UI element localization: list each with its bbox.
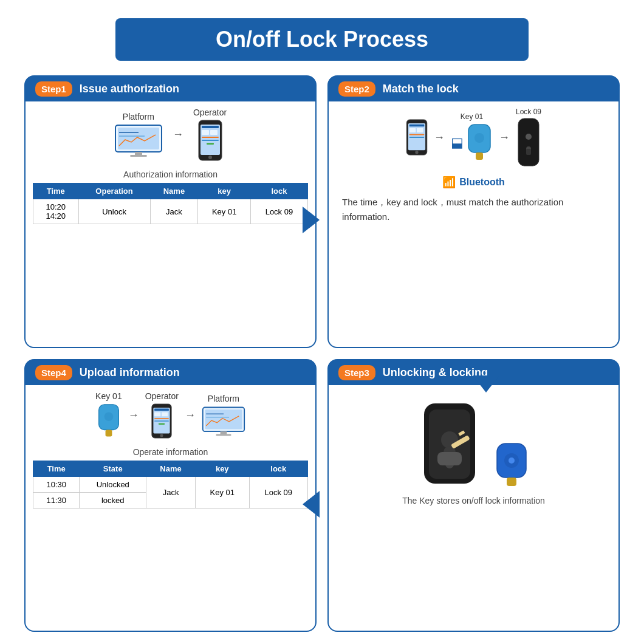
- s4-cell-lock1: Lock 09: [249, 477, 307, 509]
- svg-rect-12: [202, 137, 219, 138]
- col-name: Name: [150, 183, 198, 199]
- svg-rect-40: [154, 420, 169, 422]
- phone-icon-step1: [198, 120, 222, 161]
- svg-rect-59: [507, 478, 516, 486]
- platform-label: Platform: [123, 112, 154, 122]
- monitor-icon-step4: [202, 406, 245, 436]
- step3-box: Step3 Unlocking & locking: [327, 359, 620, 632]
- step3-description: The Key stores on/off lock information: [402, 496, 545, 505]
- s4-col-name: Name: [146, 461, 196, 477]
- step1-table: Time Operation Name key lock 10:2014:20 …: [33, 183, 308, 224]
- step4-arrow2: →: [185, 409, 196, 422]
- step1-content: Platform →: [26, 108, 315, 338]
- cell-key: Key 01: [198, 199, 250, 224]
- step3-badge: Step3: [338, 365, 375, 380]
- cell-operation: Unlock: [78, 199, 150, 224]
- step2-flow: → Key 01 ⬓ →: [337, 108, 610, 167]
- svg-rect-1: [118, 128, 159, 149]
- svg-point-17: [415, 151, 418, 154]
- svg-rect-25: [476, 152, 483, 160]
- col-time: Time: [33, 183, 79, 199]
- step4-table: Time State Name key lock 10:30 Unlocked …: [33, 461, 308, 509]
- step1-flow: Platform →: [114, 108, 227, 161]
- step4-operator-label: Operator: [145, 391, 179, 401]
- step2-content: → Key 01 ⬓ →: [329, 108, 618, 338]
- step4-key-label: Key 01: [95, 391, 122, 401]
- svg-rect-20: [417, 128, 423, 132]
- step2-header: Step2 Match the lock: [329, 77, 618, 101]
- svg-rect-38: [162, 413, 168, 417]
- bt-key-box: Key 01 ⬓: [451, 112, 493, 162]
- step4-box: Step4 Upload information Key 01 → Operat…: [24, 359, 317, 632]
- lock-icon: [517, 117, 540, 167]
- operator-label: Operator: [193, 108, 227, 117]
- step2-arrow1: →: [434, 131, 445, 144]
- bluetooth-text-icon: 📶: [442, 176, 456, 189]
- step3-title: Unlocking & locking: [383, 366, 488, 379]
- table-row: 10:2014:20 Unlock Jack Key 01 Lock 09: [33, 199, 308, 224]
- operate-label: Operate information: [133, 447, 208, 457]
- step2-badge: Step2: [338, 81, 375, 97]
- svg-rect-21: [409, 134, 425, 135]
- svg-rect-32: [105, 430, 112, 437]
- step2-arrow2: →: [499, 131, 510, 144]
- svg-point-35: [160, 434, 163, 437]
- svg-rect-9: [202, 126, 219, 128]
- svg-rect-41: [159, 423, 165, 425]
- s4-col-time: Time: [33, 461, 80, 477]
- cell-name: Jack: [150, 199, 198, 224]
- step3-content: The Key stores on/off lock information: [329, 391, 618, 622]
- svg-rect-11: [210, 130, 218, 135]
- monitor-icon: [114, 124, 163, 157]
- svg-rect-5: [130, 155, 147, 157]
- s4-col-state: State: [80, 461, 146, 477]
- cell-lock: Lock 09: [250, 199, 307, 224]
- svg-rect-4: [135, 152, 142, 155]
- step3-header: Step3 Unlocking & locking: [329, 360, 618, 385]
- s4-cell-name1: Jack: [146, 477, 196, 509]
- svg-rect-19: [409, 128, 416, 132]
- svg-rect-53: [437, 452, 462, 465]
- key-fob-icon: [466, 123, 493, 162]
- s4-cell-state2: locked: [80, 493, 146, 509]
- page-title: On/off Lock Process: [140, 27, 504, 52]
- s4-col-key: key: [195, 461, 249, 477]
- svg-rect-29: [526, 149, 531, 155]
- svg-point-24: [474, 133, 484, 143]
- svg-rect-36: [154, 409, 169, 411]
- key-fob-step3: [495, 442, 529, 488]
- svg-rect-18: [409, 125, 425, 127]
- svg-rect-46: [221, 431, 227, 434]
- s4-col-lock: lock: [249, 461, 307, 477]
- step1-header: Step1 Issue authorization: [26, 77, 315, 101]
- table-row: 10:30 Unlocked Jack Key 01 Lock 09: [33, 477, 308, 493]
- cell-time: 10:2014:20: [33, 199, 79, 224]
- col-lock: lock: [250, 183, 307, 199]
- col-key: key: [198, 183, 250, 199]
- lock-label: Lock 09: [516, 108, 541, 116]
- step4-arrow1: →: [128, 409, 139, 422]
- phone-icon-step2: [406, 119, 428, 156]
- step3-scene: [419, 391, 529, 488]
- svg-point-27: [526, 134, 532, 140]
- key-fob-icon-step4: [97, 403, 121, 439]
- step2-box: Step2 Match the lock: [327, 75, 620, 348]
- svg-rect-37: [154, 413, 160, 417]
- svg-rect-26: [518, 118, 539, 166]
- step1-arrow: →: [173, 128, 183, 141]
- bluetooth-icon: ⬓: [451, 135, 464, 151]
- auth-label: Authorization information: [123, 170, 218, 179]
- s4-cell-key1: Key 01: [195, 477, 249, 509]
- key-label: Key 01: [461, 112, 483, 121]
- s4-cell-time2: 11:30: [33, 493, 80, 509]
- steps-grid: Step1 Issue authorization Platform: [24, 75, 620, 644]
- bluetooth-label: Bluetooth: [459, 177, 505, 188]
- svg-rect-14: [207, 143, 214, 145]
- svg-rect-13: [202, 140, 219, 141]
- svg-point-58: [509, 457, 515, 464]
- s4-cell-time1: 10:30: [33, 477, 80, 493]
- s4-cell-state1: Unlocked: [80, 477, 146, 493]
- svg-rect-43: [205, 409, 242, 429]
- big-lock-icon: [419, 391, 480, 488]
- step4-flow: Key 01 → Operator: [95, 391, 245, 439]
